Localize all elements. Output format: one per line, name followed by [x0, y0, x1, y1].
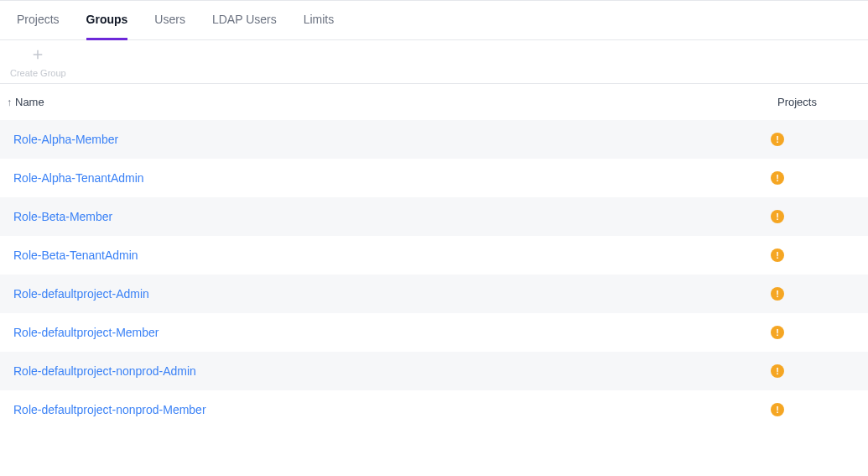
group-name-link[interactable]: Role-Beta-Member: [13, 210, 771, 223]
warning-icon: !: [771, 210, 784, 223]
table-row: Role-defaultproject-nonprod-Admin!: [0, 352, 868, 390]
toolbar: Create Group: [0, 40, 868, 84]
warning-icon: !: [771, 248, 784, 262]
projects-cell: !: [771, 364, 855, 378]
warning-icon: !: [771, 133, 784, 146]
group-name-link[interactable]: Role-Beta-TenantAdmin: [13, 248, 771, 262]
tab-groups[interactable]: Groups: [86, 1, 128, 40]
tabs-bar: Projects Groups Users LDAP Users Limits: [0, 1, 868, 40]
warning-icon: !: [771, 403, 784, 416]
table-row: Role-Alpha-Member!: [0, 120, 868, 159]
tab-ldap-users[interactable]: LDAP Users: [212, 1, 277, 39]
warning-icon: !: [771, 287, 784, 301]
table-row: Role-Alpha-TenantAdmin!: [0, 159, 868, 197]
table-body: Role-Alpha-Member!Role-Alpha-TenantAdmin…: [0, 120, 868, 429]
table-row: Role-defaultproject-Member!: [0, 313, 868, 352]
groups-table: ↑ Name Projects Role-Alpha-Member!Role-A…: [0, 84, 868, 429]
tab-projects[interactable]: Projects: [17, 1, 60, 39]
projects-cell: !: [771, 171, 855, 185]
create-group-button[interactable]: Create Group: [10, 47, 66, 78]
projects-cell: !: [771, 210, 855, 223]
projects-cell: !: [771, 287, 855, 301]
warning-icon: !: [771, 364, 784, 378]
table-row: Role-defaultproject-nonprod-Member!: [0, 390, 868, 429]
projects-cell: !: [771, 133, 855, 146]
warning-icon: !: [771, 326, 784, 339]
column-header-projects[interactable]: Projects: [777, 96, 861, 108]
table-row: Role-Beta-TenantAdmin!: [0, 236, 868, 275]
plus-icon: [30, 47, 45, 65]
sort-ascending-icon: ↑: [7, 97, 12, 108]
tab-users[interactable]: Users: [154, 1, 185, 39]
column-header-name[interactable]: ↑ Name: [7, 96, 777, 108]
group-name-link[interactable]: Role-Alpha-Member: [13, 133, 771, 146]
projects-cell: !: [771, 326, 855, 339]
projects-cell: !: [771, 403, 855, 416]
group-name-link[interactable]: Role-defaultproject-nonprod-Member: [13, 403, 771, 416]
tab-limits[interactable]: Limits: [304, 1, 335, 39]
group-name-link[interactable]: Role-defaultproject-nonprod-Admin: [13, 364, 771, 378]
create-group-label: Create Group: [10, 68, 66, 78]
group-name-link[interactable]: Role-defaultproject-Admin: [13, 287, 771, 301]
projects-cell: !: [771, 248, 855, 262]
column-header-name-label: Name: [15, 96, 44, 108]
table-header: ↑ Name Projects: [0, 84, 868, 120]
group-name-link[interactable]: Role-Alpha-TenantAdmin: [13, 171, 771, 185]
warning-icon: !: [771, 171, 784, 185]
group-name-link[interactable]: Role-defaultproject-Member: [13, 326, 771, 339]
table-row: Role-defaultproject-Admin!: [0, 275, 868, 313]
table-row: Role-Beta-Member!: [0, 197, 868, 236]
